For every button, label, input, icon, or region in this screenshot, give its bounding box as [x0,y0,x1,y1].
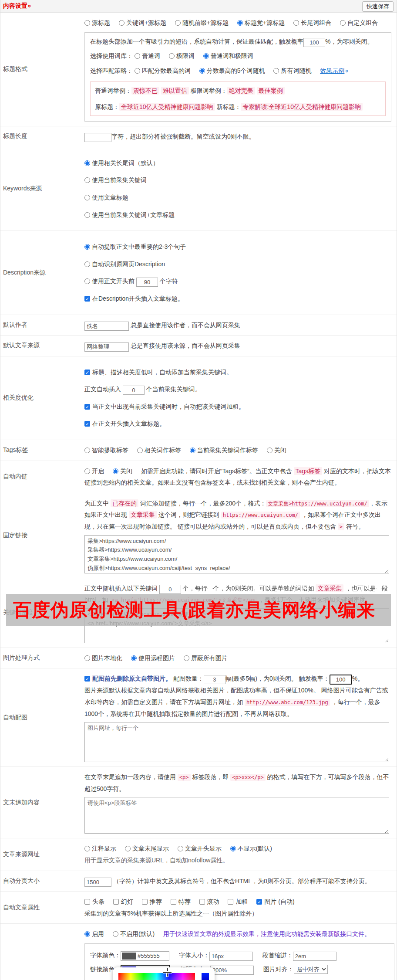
form-row-title-format: 标题格式 源标题 关键词+源标题 随机前缀+源标题 标题党+源标题 长尾词组合 … [0,13,397,126]
radio-option-smart-tags[interactable]: 智能提取标签 [84,444,128,456]
radio-label: 标题党+源标题 [245,19,285,26]
radio-option-keyword-plus-title[interactable]: 使用当前采集关键词+文章标题 [84,209,391,221]
radio-option-both-words[interactable]: 普通词和极限词 [203,49,253,64]
checkbox-bold-keyword[interactable]: 当正文中出现当前采集关键词时，自动把该关键词加粗。 [84,401,391,413]
default-author-input[interactable] [84,322,129,331]
checkbox-delete-original-images[interactable]: 配图前先删除原文自带图片。 [84,675,172,682]
image-probability-input[interactable] [330,675,352,685]
static-text: 配图数量： [173,675,204,682]
checkbox-icon [84,899,90,905]
checkbox-insert-title-description[interactable]: 在Description开头插入文章标题。 [84,293,391,305]
radio-option-extreme-words[interactable]: 极限词 [169,49,195,64]
radio-option-localize-images[interactable]: 图片本地化 [84,652,122,664]
page-title-text: 内容设置 [3,2,27,9]
radio-option-longtail-combo[interactable]: 长尾词组合 [293,17,331,29]
image-align-select[interactable]: 居中对齐 [294,965,328,974]
radio-option-no-display[interactable]: 不显示(默认) [230,843,272,855]
quick-save-button[interactable]: 快速保存 [362,1,394,12]
radio-option-layout-disable[interactable]: 不启用(默认) [113,928,155,940]
radio-option-current-keyword[interactable]: 使用当前采集关键词 [84,174,391,186]
static-text: （字符）计算中英文及其标点符号，但不包含HTML，为0则不分页。部分程序可能不支… [113,878,371,885]
radio-label: 源标题 [92,19,110,26]
effect-example-link[interactable]: 效果示例» [320,67,348,74]
chevron-down-icon: » [27,5,33,8]
checkbox-attr-bold[interactable]: 加粗 [228,896,248,908]
checkbox-attr-slide[interactable]: 幻灯 [113,896,133,908]
indent-input[interactable] [293,952,336,961]
insert-keyword-count-input[interactable] [123,386,145,395]
saturation-gradient-area[interactable] [118,973,195,980]
fixed-links-description: 为正文中 已存在的 词汇添加链接，每行一个，最多200个，格式：文章采集>htt… [84,498,391,532]
row-label: 默认作者 [0,315,84,336]
radio-option-keyword-source-title[interactable]: 关键词+源标题 [119,17,166,29]
radio-label: 文章开头显示 [185,845,222,852]
radio-option-related-longtail[interactable]: 使用相关长尾词（默认） [84,157,391,169]
checkbox-attr-image[interactable]: 图片 (自动) [256,896,294,908]
page-title[interactable]: 内容设置» [0,2,31,10]
radio-option-highest-score[interactable]: 匹配分数最高的词 [135,64,191,78]
keyword-density-count-input[interactable] [159,585,181,594]
radio-option-tags-off[interactable]: 关闭 [267,444,286,456]
checkbox-attr-headline[interactable]: 头条 [84,896,104,908]
static-text: 标签段落，即 [192,773,229,780]
checkbox-label: 幻灯 [121,898,133,905]
radio-label: 文章末尾显示 [132,845,169,852]
original-title-example: 全球近10亿人受精神健康问题影响 [119,103,215,111]
checkbox-attr-special[interactable]: 特荐 [171,896,191,908]
trigger-probability-input[interactable] [303,38,325,47]
checkbox-icon [199,899,205,905]
checkbox-insert-title-body[interactable]: 在正文开头插入文章标题。 [84,418,391,430]
radio-option-all-random[interactable]: 所有词随机 [273,64,311,78]
radio-option-innerlink-off[interactable]: 关闭 [113,465,132,477]
radio-icon [178,846,183,851]
radio-option-remote-images[interactable]: 使用远程图片 [131,652,175,664]
radio-option-article-title[interactable]: 使用文章标题 [84,192,391,203]
default-source-input[interactable] [84,342,129,352]
radio-option-auto-extract[interactable]: 自动提取正文中最重要的2-3个句子 [84,241,391,253]
static-text: 新标题： [216,103,241,110]
radio-option-source-title[interactable]: 源标题 [84,17,110,29]
radio-option-block-images[interactable]: 屏蔽所有图片 [184,652,228,664]
radio-option-current-keyword-tags[interactable]: 当前采集关键词作标签 [190,444,258,456]
radio-option-innerlink-on[interactable]: 开启 [84,465,104,477]
checkbox-add-keyword-low-relevance[interactable]: 标题、描述相关度低时，自动添加当前采集关键词。 [84,366,391,378]
image-urls-textarea[interactable] [84,722,389,762]
radio-option-end-display[interactable]: 文章末尾显示 [125,843,169,855]
watermark-text: 百度伪原创检测工具(跟着亦是美网络小编来 [6,598,375,622]
radio-option-normal-words[interactable]: 普通词 [135,49,160,64]
font-color-input[interactable] [137,952,169,960]
fixed-links-textarea[interactable]: 采集>https://www.ucaiyun.com/ 采集器>https://… [84,535,389,573]
radio-option-body-prefix[interactable]: 使用正文开头前 个字符 [84,275,391,287]
radio-option-start-display[interactable]: 文章开头显示 [178,843,222,855]
radio-option-custom-combo[interactable]: 自定义组合 [340,17,378,29]
static-text: 符号。 [346,523,364,530]
radio-label: 极限词 [176,52,195,59]
line-height-input[interactable] [210,966,254,975]
font-color-picker[interactable] [121,951,169,961]
radio-icon [169,53,175,59]
static-text: 为正文中 [84,500,109,507]
description-chars-input[interactable] [136,278,158,287]
radio-option-related-word-tags[interactable]: 相关词作标签 [137,444,181,456]
page-size-input[interactable] [84,878,111,887]
image-count-input[interactable] [204,675,225,684]
radio-label: 当前采集关键词作标签 [197,447,258,454]
row-label: 文末追加内容 [0,767,84,838]
static-text: 在文章末尾追加一段内容，请使用 [84,773,176,780]
radio-option-clickbait-source-title[interactable]: 标题党+源标题 [237,17,285,29]
radio-option-top5-random[interactable]: 分数最高的5个词随机 [199,64,265,78]
value-slider-bar[interactable] [202,973,209,980]
checkbox-attr-recommend[interactable]: 推荐 [142,896,162,908]
radio-option-original-description[interactable]: 自动识别原网页Description [84,258,391,270]
radio-icon [340,20,346,26]
radio-option-layout-enable[interactable]: 启用 [84,928,104,940]
title-length-input[interactable] [84,133,111,142]
radio-option-prefix-source-title[interactable]: 随机前缀+源标题 [175,17,229,29]
checkbox-attr-scroll[interactable]: 滚动 [199,896,219,908]
append-content-textarea[interactable] [84,797,389,834]
radio-option-comment-display[interactable]: 注释显示 [84,843,116,855]
radio-icon-selected [113,468,118,474]
radio-icon-selected [190,448,195,453]
crosshair-icon[interactable] [163,968,172,977]
font-size-input[interactable] [209,952,253,961]
